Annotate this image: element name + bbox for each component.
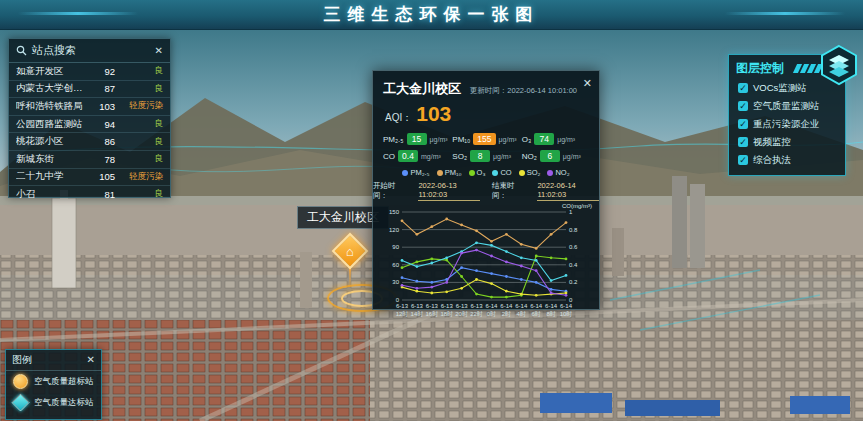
chart-legend: PM₂.₅PM₁₀O₃COSO₂NO₂ (373, 166, 599, 179)
pollutant-value-badge: 74 (534, 133, 554, 145)
station-aqi-value: 81 (91, 189, 115, 200)
station-aqi-value: 94 (91, 119, 115, 130)
checkbox-checked-icon[interactable]: ✓ (738, 119, 748, 129)
svg-text:6-14: 6-14 (530, 303, 543, 309)
station-marker[interactable]: ⌂ (335, 236, 365, 266)
start-time-input[interactable]: 2022-06-13 11:02:03 (418, 181, 480, 201)
station-quality-level: 良 (115, 118, 163, 130)
layers-icon[interactable] (818, 44, 860, 86)
svg-text:6-14: 6-14 (560, 303, 573, 309)
svg-text:90: 90 (392, 244, 399, 250)
trend-line-chart[interactable]: 030609012015000.20.40.60.81CO(mg/m³)6-13… (378, 202, 594, 326)
svg-text:0时: 0时 (487, 311, 496, 317)
chart-legend-item[interactable]: CO (492, 168, 511, 177)
station-aqi-value: 103 (91, 101, 115, 112)
chart-legend-label: O₃ (477, 168, 486, 177)
station-row[interactable]: 桃花源小区86良 (9, 132, 170, 150)
svg-text:14时: 14时 (411, 311, 424, 317)
station-row[interactable]: 小召81良 (9, 185, 170, 203)
chart-legend-label: SO₂ (527, 168, 541, 177)
layer-checkbox-item[interactable]: ✓空气质量监测站 (729, 97, 845, 115)
pollutant-value-badge: 0.4 (398, 150, 418, 162)
svg-text:10时: 10时 (560, 311, 573, 317)
svg-text:6-13: 6-13 (426, 303, 439, 309)
tower-right-1 (672, 176, 687, 268)
svg-text:8时: 8时 (546, 311, 555, 317)
station-name: 呼和浩特铁路局 (16, 100, 91, 113)
svg-text:18时: 18时 (440, 311, 453, 317)
station-row[interactable]: 二十九中学105轻度污染 (9, 168, 170, 186)
layer-panel-title: 图层控制 (736, 60, 784, 77)
legend-dot-icon (402, 170, 408, 176)
svg-text:6-14: 6-14 (500, 303, 513, 309)
pollutant-cell: O₃74μg/m³ (522, 133, 589, 145)
chart-legend-item[interactable]: PM₂.₅ (402, 168, 429, 177)
popup-close-button[interactable]: ✕ (583, 77, 592, 90)
factory-icon: ⌂ (335, 236, 365, 266)
station-row[interactable]: 呼和浩特铁路局103轻度污染 (9, 97, 170, 115)
station-row[interactable]: 内蒙古大学创业学院87良 (9, 80, 170, 98)
pollutant-name: NO₂ (522, 152, 537, 161)
pollutant-value-badge: 8 (470, 150, 490, 162)
station-name: 公园西路监测站 (16, 118, 91, 131)
layer-checkbox-item[interactable]: ✓综合执法 (729, 151, 845, 169)
pollutant-name: PM₁₀ (452, 135, 470, 144)
legend-panel-close-button[interactable]: ✕ (87, 355, 95, 365)
page-title: 三维生态环保一张图 (324, 3, 540, 26)
svg-text:20时: 20时 (455, 311, 468, 317)
layer-list: ✓VOCs监测站✓空气质量监测站✓重点污染源企业✓视频监控✓综合执法 (729, 79, 845, 169)
pollutant-cell: NO₂6μg/m³ (522, 150, 589, 162)
app-root: 三维生态环保一张图 工大金川校区 ⌂ 站点搜索 ✕ 如意开发区92良内蒙古大学创… (0, 0, 863, 421)
chart-legend-item[interactable]: NO₂ (547, 168, 569, 177)
pollutant-unit: μg/m³ (563, 153, 581, 160)
chart-legend-label: PM₂.₅ (410, 168, 429, 177)
checkbox-checked-icon[interactable]: ✓ (738, 155, 748, 165)
chart-legend-label: CO (500, 168, 511, 177)
station-quality-level: 轻度污染 (115, 100, 163, 112)
tower-right-2 (690, 184, 705, 268)
checkbox-checked-icon[interactable]: ✓ (738, 101, 748, 111)
pollutant-value-badge: 6 (540, 150, 560, 162)
station-row[interactable]: 公园西路监测站94良 (9, 115, 170, 133)
chart-legend-item[interactable]: PM₁₀ (437, 168, 462, 177)
layer-label: 综合执法 (753, 154, 791, 167)
layer-label: 视频监控 (753, 136, 791, 149)
station-detail-popup: 工大金川校区 更新时间：2022-06-14 10:01:00 ✕ AQI： 1… (372, 70, 600, 310)
end-time-label: 结束时间： (492, 181, 525, 201)
legend-item: 空气质量超标站 (6, 371, 101, 392)
svg-text:0.2: 0.2 (569, 279, 578, 285)
layer-checkbox-item[interactable]: ✓视频监控 (729, 133, 845, 151)
svg-text:6时: 6时 (532, 311, 541, 317)
pollutant-name: SO₂ (452, 152, 467, 161)
svg-text:22时: 22时 (470, 311, 483, 317)
checkbox-checked-icon[interactable]: ✓ (738, 137, 748, 147)
svg-text:16时: 16时 (425, 311, 438, 317)
popup-title: 工大金川校区 (383, 80, 461, 98)
chart-legend-label: NO₂ (555, 168, 569, 177)
station-name: 小召 (16, 188, 91, 201)
svg-text:0.6: 0.6 (569, 244, 578, 250)
start-time-label: 开始时间： (373, 181, 406, 201)
station-row[interactable]: 新城东街78良 (9, 150, 170, 168)
svg-text:150: 150 (389, 209, 400, 215)
station-panel-close-button[interactable]: ✕ (155, 46, 163, 56)
pollutant-grid: PM₂.₅15μg/m³PM₁₀155μg/m³O₃74μg/m³CO0.4mg… (373, 126, 599, 166)
aqi-label: AQI： (385, 111, 412, 125)
checkbox-checked-icon[interactable]: ✓ (738, 83, 748, 93)
chart-legend-item[interactable]: SO₂ (519, 168, 541, 177)
svg-text:0.4: 0.4 (569, 262, 578, 268)
pollutant-unit: mg/m³ (421, 153, 441, 160)
pollutant-unit: μg/m³ (430, 136, 448, 143)
legend-dot-icon (469, 170, 475, 176)
station-row[interactable]: 如意开发区92良 (9, 63, 170, 80)
layer-checkbox-item[interactable]: ✓重点污染源企业 (729, 115, 845, 133)
svg-text:12时: 12时 (396, 311, 409, 317)
station-quality-level: 良 (115, 83, 163, 95)
station-aqi-value: 105 (91, 171, 115, 182)
svg-text:1: 1 (569, 209, 573, 215)
svg-text:CO(mg/m³): CO(mg/m³) (562, 203, 592, 209)
time-range-row: 开始时间： 2022-06-13 11:02:03 结束时间： 2022-06-… (373, 179, 599, 202)
end-time-input[interactable]: 2022-06-14 11:02:03 (537, 181, 599, 201)
pollutant-cell: PM₂.₅15μg/m³ (383, 133, 450, 145)
chart-legend-item[interactable]: O₃ (469, 168, 486, 177)
